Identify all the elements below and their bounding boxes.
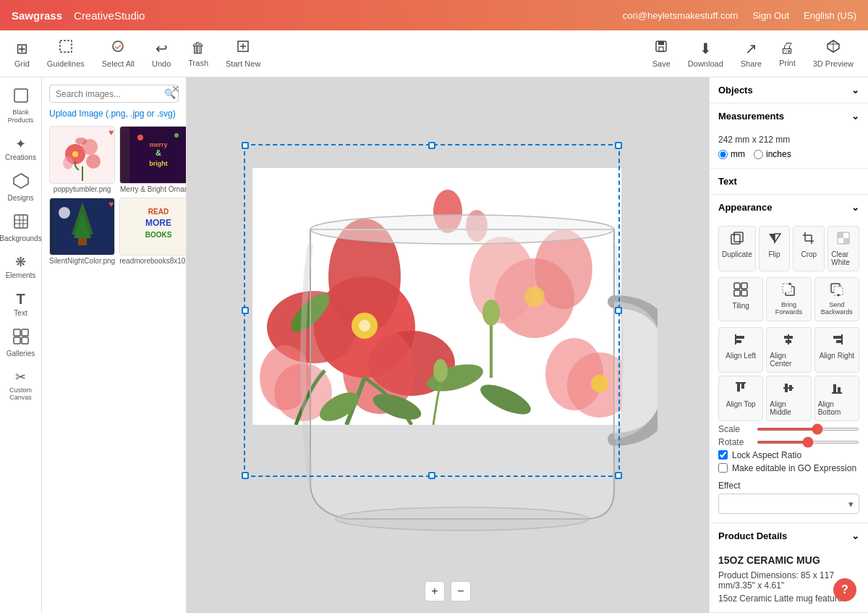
measurements-section-header[interactable]: Measurements ⌄ xyxy=(710,103,868,129)
product-details-section-header[interactable]: Product Details ⌄ xyxy=(710,523,868,549)
align-middle-button[interactable]: Align Middle xyxy=(766,376,811,421)
toolbar-grid[interactable]: ⊞ Grid xyxy=(14,40,30,68)
unit-mm-radio[interactable]: mm xyxy=(718,149,745,159)
editable-checkbox[interactable] xyxy=(718,463,728,473)
align-left-label: Align Left xyxy=(726,352,756,360)
text-label: Text xyxy=(718,176,737,187)
toolbar-share[interactable]: ↗ Share xyxy=(741,40,762,68)
svg-marker-74 xyxy=(769,234,775,242)
tiling-label: Tiling xyxy=(732,302,749,310)
align-center-button[interactable]: Align Center xyxy=(766,327,811,373)
search-input[interactable] xyxy=(56,89,164,99)
blank-products-icon xyxy=(13,88,29,107)
list-item[interactable]: merry & bright Merry & Bright Ornam... ♥ xyxy=(119,126,187,193)
effect-select[interactable] xyxy=(718,494,859,514)
svg-point-27 xyxy=(72,151,78,157)
svg-rect-107 xyxy=(833,384,836,393)
svg-point-33 xyxy=(137,135,143,140)
bring-forwards-button[interactable]: BringForwards xyxy=(766,277,811,321)
panel-close-button[interactable]: ✕ xyxy=(171,83,180,95)
svg-point-24 xyxy=(86,154,101,169)
toolbar-3d-preview[interactable]: 3D Preview xyxy=(813,39,854,68)
list-item[interactable]: SilentNightColor.png ♥ xyxy=(49,198,115,265)
language-selector[interactable]: English (US) xyxy=(804,10,856,21)
text-section-header[interactable]: Text xyxy=(710,169,868,194)
align-center-label: Align Center xyxy=(770,352,807,368)
svg-marker-12 xyxy=(14,174,28,188)
toolbar-guidelines-label: Guidelines xyxy=(47,59,85,68)
sidebar-galleries-label: Galleries xyxy=(7,350,35,358)
align-left-button[interactable]: Align Left xyxy=(718,327,763,373)
svg-point-69 xyxy=(310,215,614,244)
scale-slider[interactable] xyxy=(757,428,859,431)
align-middle-label: Align Middle xyxy=(770,400,807,416)
sidebar-item-elements[interactable]: ❋ Elements xyxy=(0,250,41,284)
objects-section-header[interactable]: Objects ⌄ xyxy=(710,77,868,103)
objects-label: Objects xyxy=(718,85,753,96)
sidebar-item-designs[interactable]: Designs xyxy=(0,169,41,206)
zoom-out-button[interactable]: − xyxy=(451,581,471,601)
crop-icon xyxy=(801,231,816,248)
sidebar-item-blank-products[interactable]: Blank Products xyxy=(0,83,41,129)
duplicate-icon xyxy=(730,231,744,248)
align-top-button[interactable]: Align Top xyxy=(718,376,763,421)
zoom-controls: + − xyxy=(425,581,471,601)
toolbar-download[interactable]: ⬇ Download xyxy=(688,40,723,68)
sidebar-item-backgrounds[interactable]: Backgrounds xyxy=(0,209,41,247)
upload-link[interactable]: Upload Image (.png, .jpg or .svg) xyxy=(49,109,179,119)
right-panel: Objects ⌄ Measurements ⌄ 242 mm x 212 mm… xyxy=(709,77,868,613)
appearance-chevron-icon: ⌄ xyxy=(851,202,859,213)
rotate-slider[interactable] xyxy=(757,441,859,444)
product-details-label: Product Details xyxy=(718,530,787,541)
svg-rect-21 xyxy=(22,337,28,344)
flip-icon xyxy=(767,231,782,248)
appearance-section-header[interactable]: Appearance ⌄ xyxy=(710,195,868,220)
toolbar-trash[interactable]: 🗑 Trash xyxy=(188,40,208,67)
align-right-label: Align Right xyxy=(820,352,854,360)
crop-button[interactable]: Crop xyxy=(793,226,825,271)
svg-rect-92 xyxy=(736,336,744,339)
duplicate-button[interactable]: Duplicate xyxy=(718,226,756,271)
icon-sidebar: Blank Products ✦ Creations Designs Backg… xyxy=(0,77,42,613)
align-right-button[interactable]: Align Right xyxy=(814,327,859,373)
toolbar-select-all[interactable]: Select All xyxy=(102,39,135,68)
toolbar-start-new[interactable]: Start New xyxy=(226,39,260,68)
lock-aspect-checkbox[interactable] xyxy=(718,450,728,460)
sidebar-item-custom-canvas[interactable]: ✂ Custom Canvas xyxy=(0,365,41,407)
toolbar-print[interactable]: 🖨 Print xyxy=(779,40,796,67)
editable-row: Make editable in GO Expression xyxy=(718,463,859,473)
align-center-icon xyxy=(781,332,796,350)
duplicate-label: Duplicate xyxy=(722,250,752,258)
zoom-in-button[interactable]: + xyxy=(425,581,445,601)
sidebar-item-text[interactable]: T Text xyxy=(0,287,41,321)
list-item[interactable]: READ MORE BOOKS readmorebooks8x10.jpg ♥ xyxy=(119,198,187,265)
sidebar-blank-products-label: Blank Products xyxy=(3,109,38,124)
tiling-button[interactable]: Tiling xyxy=(718,277,763,321)
toolbar-undo[interactable]: ↩ Undo xyxy=(152,40,171,68)
svg-rect-86 xyxy=(741,290,747,296)
align-bottom-button[interactable]: Align Bottom xyxy=(814,376,859,421)
mug-scene xyxy=(238,135,658,555)
help-button[interactable]: ? xyxy=(833,578,856,601)
svg-rect-13 xyxy=(14,215,27,228)
send-backwards-button[interactable]: SendBackwards xyxy=(814,277,859,321)
toolbar-save[interactable]: Save xyxy=(652,39,671,68)
unit-inches-radio[interactable]: inches xyxy=(754,149,791,159)
objects-chevron-icon: ⌄ xyxy=(851,85,859,96)
sidebar-item-galleries[interactable]: Galleries xyxy=(0,324,41,362)
svg-rect-18 xyxy=(14,329,20,336)
clear-white-label: Clear White xyxy=(831,250,856,266)
canvas-area: + − xyxy=(187,77,709,613)
toolbar-guidelines[interactable]: Guidelines xyxy=(47,39,85,68)
measurements-section: Measurements ⌄ 242 mm x 212 mm mm inches xyxy=(710,103,868,169)
custom-canvas-icon: ✂ xyxy=(15,369,26,385)
signout-link[interactable]: Sign Out xyxy=(752,10,789,21)
effect-label: Effect xyxy=(718,481,859,491)
sidebar-item-creations[interactable]: ✦ Creations xyxy=(0,132,41,166)
toolbar-print-label: Print xyxy=(779,59,796,67)
svg-point-26 xyxy=(63,156,73,169)
flip-button[interactable]: Flip xyxy=(759,226,791,271)
toolbar-selectall-label: Select All xyxy=(102,59,135,68)
clear-white-button[interactable]: Clear White xyxy=(827,226,859,271)
list-item[interactable]: poppytumbler.png ♥ xyxy=(49,126,115,193)
